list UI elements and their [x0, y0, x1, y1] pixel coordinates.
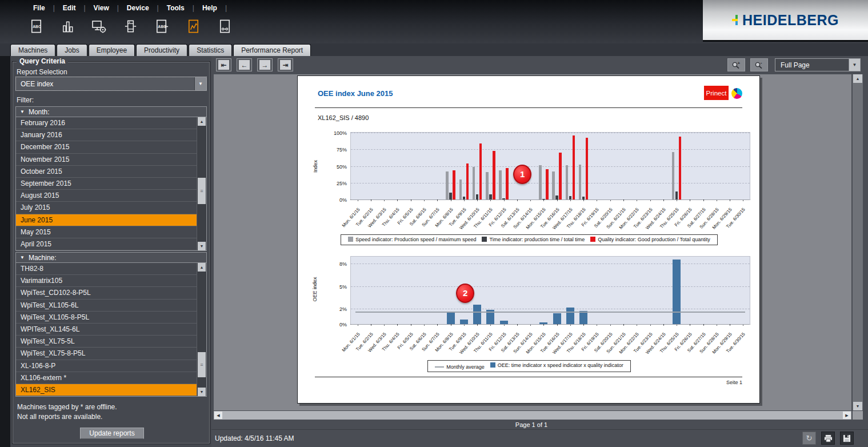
zoom-level-dropdown[interactable]: Full Page ▼	[775, 58, 861, 71]
performance-chart-button[interactable]	[183, 17, 203, 37]
month-item-august-2015[interactable]: August 2015	[16, 190, 197, 202]
machine-item-th82-8[interactable]: TH82-8	[16, 263, 197, 275]
menu-file[interactable]: File	[25, 3, 53, 13]
bar-speed	[672, 152, 675, 199]
zoom-in-button[interactable]: +	[727, 58, 745, 71]
y-tick-label: 5%	[315, 284, 347, 290]
scroll-up-icon[interactable]: ▲	[198, 117, 206, 126]
tab-productivity[interactable]: Productivity	[136, 44, 187, 56]
scroll-down-icon[interactable]: ▼	[853, 402, 862, 410]
x-axis-tick	[490, 199, 491, 201]
machine-item-wpitest-xl75-8-p5l[interactable]: WpiTest_XL75-8-P5L	[16, 348, 197, 360]
machine-section-header[interactable]: ▼ Machine:	[15, 252, 207, 263]
menu-tools[interactable]: Tools	[159, 3, 193, 13]
machine-item-wpitest-cd102-8-p5l[interactable]: WpiTest_CD102-8-P5L	[16, 287, 197, 299]
x-axis-tick	[504, 324, 505, 326]
menu-separator: |	[225, 4, 227, 12]
month-item-july-2015[interactable]: July 2015	[16, 202, 197, 214]
month-item-october-2015[interactable]: October 2015	[16, 166, 197, 178]
x-axis-tick	[517, 199, 518, 201]
report-document-button[interactable]: ABC	[26, 17, 46, 37]
scroll-down-icon[interactable]: ▼	[198, 242, 206, 250]
filter-label: Filter:	[17, 96, 34, 104]
x-axis-tick	[730, 324, 730, 326]
tab-machines[interactable]: Machines	[10, 44, 55, 56]
menu-device[interactable]: Device	[119, 3, 157, 13]
month-item-may-2015[interactable]: May 2015	[16, 226, 197, 238]
vertical-scrollbar[interactable]: ▲ ▼	[853, 74, 863, 410]
month-item-january-2016[interactable]: January 2016	[16, 129, 197, 141]
machine-item-varimatrix105[interactable]: Varimatrix105	[16, 275, 197, 287]
bar-chart-button[interactable]	[58, 17, 77, 37]
tab-jobs[interactable]: Jobs	[57, 44, 87, 56]
tab-employee[interactable]: Employee	[89, 44, 135, 56]
y-axis: 0%25%50%75%100%	[315, 132, 347, 200]
workstation-settings-button[interactable]	[89, 17, 109, 37]
machine-list: TH82-8Varimatrix105WpiTest_CD102-8-P5LWp…	[15, 263, 207, 397]
previous-page-button[interactable]: ←	[237, 58, 252, 71]
menu-help[interactable]: Help	[194, 3, 225, 13]
machine-item-wpitest-xl75-5l[interactable]: WpiTest_XL75-5L	[16, 336, 197, 348]
scroll-left-icon[interactable]: ◀	[214, 412, 222, 419]
bar-speed	[579, 165, 582, 199]
first-page-button[interactable]: ⇤	[216, 58, 231, 71]
machine-item-wpitest-xl105-6l[interactable]: WpiTest_XL105-6L	[16, 300, 197, 312]
tab-statistics[interactable]: Statistics	[189, 44, 232, 56]
gridline	[351, 264, 750, 264]
x-axis-tick	[570, 199, 571, 201]
scrollbar-corner	[853, 411, 863, 420]
machine-item-xl162-sis[interactable]: XL162_SIS	[16, 384, 197, 396]
linked-document-icon	[217, 18, 233, 36]
month-item-november-2015[interactable]: November 2015	[16, 154, 197, 166]
scroll-up-icon[interactable]: ▲	[853, 74, 862, 83]
save-button[interactable]	[840, 432, 854, 445]
menu-view[interactable]: View	[86, 3, 117, 13]
bar-quality	[559, 153, 562, 199]
press-device-button[interactable]	[121, 17, 140, 37]
horizontal-scrollbar[interactable]: ◀ ▶	[214, 411, 851, 420]
zoom-out-button[interactable]: -	[750, 58, 768, 71]
update-reports-button[interactable]: Update reports	[80, 428, 144, 439]
month-item-february-2016[interactable]: February 2016	[16, 117, 197, 129]
prinect-pinwheel-icon	[731, 88, 742, 99]
bar-quality	[466, 163, 469, 199]
chevron-down-icon[interactable]: ▼	[849, 59, 860, 71]
month-section-header[interactable]: ▼ Month:	[15, 106, 207, 117]
scrollbar-thumb[interactable]: ≡	[198, 178, 206, 204]
refresh-button[interactable]: ↻	[802, 432, 816, 445]
scrollbar-thumb[interactable]: ≡	[198, 352, 206, 377]
machine-item-xl106-extern-[interactable]: XL106-extern *	[16, 372, 197, 384]
machine-item-wpitest-xl145-6l[interactable]: WPITest_XL145-6L	[16, 324, 197, 336]
tab-performance-report[interactable]: Performance Report	[233, 44, 311, 56]
legend-label: Time indicator: production time / total …	[489, 237, 585, 242]
report-selection-dropdown[interactable]: OEE index ▼	[15, 77, 207, 91]
x-axis-tick	[610, 324, 611, 326]
x-axis-tick	[597, 199, 597, 201]
print-button[interactable]	[821, 432, 835, 445]
next-page-button[interactable]: →	[257, 58, 273, 71]
month-item-june-2015[interactable]: June 2015	[16, 214, 197, 226]
scroll-right-icon[interactable]: ▶	[843, 412, 851, 419]
x-axis-tick	[677, 199, 677, 201]
gridline	[351, 309, 750, 309]
last-page-button[interactable]: ⇥	[278, 58, 293, 71]
linked-document-button[interactable]	[215, 17, 234, 37]
scroll-down-icon[interactable]: ▼	[198, 388, 206, 396]
month-item-april-2015[interactable]: April 2015	[16, 238, 197, 250]
x-axis-tick	[358, 199, 358, 201]
bar-quality	[546, 169, 549, 199]
month-item-september-2015[interactable]: September 2015	[16, 178, 197, 190]
scroll-up-icon[interactable]: ▲	[198, 263, 206, 272]
x-axis-tick	[663, 199, 664, 201]
x-axis-tick	[371, 199, 371, 201]
month-item-december-2015[interactable]: December 2015	[16, 141, 197, 153]
document-import-button[interactable]: ABC	[152, 17, 171, 37]
bar-quality	[586, 138, 589, 199]
machine-item-wpitest-xl105-8-p5l[interactable]: WpiTest_XL105-8-P5L	[16, 312, 197, 324]
x-axis-tick	[583, 199, 584, 201]
chevron-down-icon[interactable]: ▼	[194, 77, 206, 90]
machine-item-xl-106-8-p[interactable]: XL-106-8-P	[16, 360, 197, 372]
menu-edit[interactable]: Edit	[55, 3, 84, 13]
bar-oee	[460, 320, 468, 324]
collapse-triangle-icon: ▼	[20, 255, 25, 260]
